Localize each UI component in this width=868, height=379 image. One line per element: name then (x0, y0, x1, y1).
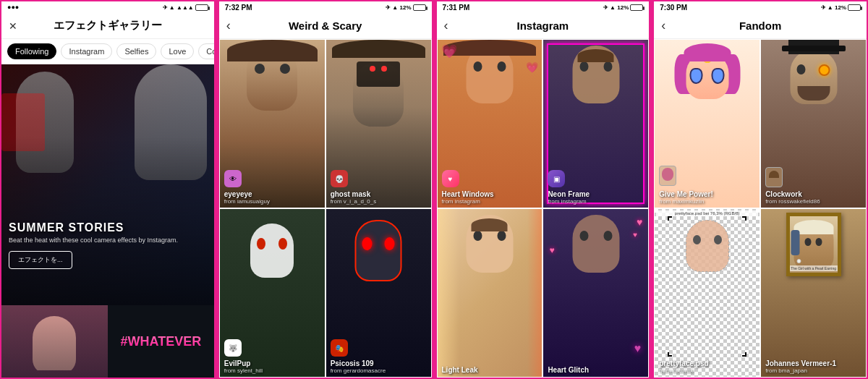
effect-cell-evilpup[interactable]: 🐺 EvilPup from sylent_hill (219, 208, 326, 378)
status-bar-4: 7:30 PM ✈ ▲ 12% (654, 1, 867, 13)
effect-cell-jv[interactable]: The Girl with a Pearl Earring Johannes V… (760, 208, 867, 378)
effect-label-hg: Heart Glitch (548, 366, 589, 374)
panel-title-1: エフェクトギャラリー (54, 19, 162, 33)
status-icons-1: ✈ ▲ ▲▲▲ (163, 4, 208, 11)
effect-grid-4: 🌙 Give Me Power! (654, 39, 867, 378)
panel-2: 7:32 PM ✈ ▲ 12% ‹ Weird & Scary (218, 0, 433, 379)
tab-instagram[interactable]: Instagram (61, 43, 112, 59)
panel-header-1: ✕ エフェクトギャラリー (1, 13, 214, 39)
effect-cell-gmp[interactable]: 🌙 Give Me Power! (654, 39, 760, 208)
panel-4: 7:30 PM ✈ ▲ 12% ‹ Fandom (652, 0, 868, 379)
effect-label-cw: Clockwork from rosswakefield86 (765, 190, 820, 205)
effect-cell-neon[interactable]: ▣ Neon Frame from instagram (542, 39, 649, 208)
hero-title: SUMMER STORIES (9, 221, 207, 234)
panel1-bottom-right[interactable]: #WHATEVER (108, 305, 214, 378)
effect-label-jv: Johannes Vermeer-1 from bma_japan (765, 359, 836, 374)
time-3: 7:31 PM (443, 4, 470, 12)
panel-header-3: ‹ Instagram (437, 13, 650, 39)
hero-banner[interactable]: SUMMER STORIES Beat the heat with these … (1, 64, 214, 305)
time-2: 7:32 PM (225, 4, 252, 12)
effect-cell-cw[interactable]: Clockwork from rosswakefield86 (760, 39, 867, 208)
whatever-text: #WHATEVER (120, 334, 201, 349)
effect-cell-hw[interactable]: 💗 💗 💗 ♥ Heart Windows from instagram (437, 39, 543, 208)
panel-header-2: ‹ Weird & Scary (219, 13, 432, 39)
hero-button[interactable]: エフェクトを... (9, 251, 72, 269)
tab-selfies[interactable]: Selfies (116, 43, 156, 59)
status-icons-3: ✈ ▲ 12% (603, 4, 643, 11)
effect-cell-ghost[interactable]: 💀 ghost mask from v_i_a_d_0_s (326, 39, 432, 208)
effect-grid-3: 💗 💗 💗 ♥ Heart Windows from instagram (437, 39, 650, 378)
back-button-4[interactable]: ‹ (661, 18, 665, 33)
back-button-3[interactable]: ‹ (444, 18, 448, 33)
time-4: 7:30 PM (660, 4, 687, 12)
status-icons-2: ✈ ▲ 12% (386, 4, 425, 11)
effect-cell-hg[interactable]: ♥ ♥ ♥ ♥ Heart Glitch (542, 208, 649, 378)
effect-label-ghost: ghost mask from v_i_a_d_0_s (331, 190, 377, 205)
panel1-content: SUMMER STORIES Beat the heat with these … (1, 64, 214, 378)
effect-label-psd: prettyface.psd from koolmiik (659, 359, 708, 374)
effect-cell-ll[interactable]: Light Leak (437, 208, 543, 378)
tab-love[interactable]: Love (161, 43, 194, 59)
effect-label-evilpup: EvilPup from sylent_hill (224, 359, 263, 374)
effect-label-ll: Light Leak (442, 366, 478, 374)
hero-subtitle: Beat the heat with these cool camera eff… (9, 237, 207, 245)
tab-color[interactable]: Color (198, 43, 213, 59)
tab-following[interactable]: Following (7, 43, 56, 59)
panel-1: ●●● ✈ ▲ ▲▲▲ ✕ エフェクトギャラリー Following Insta… (0, 0, 216, 379)
status-bar-1: ●●● ✈ ▲ ▲▲▲ (1, 1, 214, 13)
panel1-bottom-row: #WHATEVER (1, 305, 214, 378)
time-1: ●●● (7, 4, 19, 11)
panel-3: 7:31 PM ✈ ▲ 12% ‹ Instagram 💗 (435, 0, 651, 379)
panel-header-4: ‹ Fandom (654, 13, 867, 39)
panel-title-2: Weird & Scary (289, 20, 362, 32)
status-bar-2: 7:32 PM ✈ ▲ 12% (219, 1, 432, 13)
effect-cell-eyeyeye[interactable]: 👁 eyeyeye from iamusualguy (219, 39, 326, 208)
effect-label-eyeyeye: eyeyeye from iamusualguy (224, 190, 270, 205)
back-button-2[interactable]: ‹ (226, 18, 231, 33)
status-bar-3: 7:31 PM ✈ ▲ 12% (437, 1, 650, 13)
filter-tabs: Following Instagram Selfies Love Color (1, 39, 214, 64)
close-button[interactable]: ✕ (9, 20, 17, 32)
effect-label-hw: Heart Windows from instagram (442, 190, 494, 205)
effect-cell-psd[interactable]: prettyface.psd bei 76,3% (RGB/8) prettyf… (654, 208, 760, 378)
effect-label-psicosis: Psicosis 109 from gerardomasacre (331, 359, 386, 374)
panel-title-4: Fandom (739, 20, 781, 32)
effect-label-gmp: Give Me Power! from maximkuzlin (659, 190, 712, 205)
panel1-bottom-left[interactable] (1, 305, 108, 378)
effect-label-neon: Neon Frame from instagram (548, 190, 590, 205)
effect-grid-2: 👁 eyeyeye from iamusualguy (219, 39, 432, 378)
prettyface-label: prettyface.psd bei 76,3% (RGB/8) (675, 211, 740, 216)
effect-cell-psicosis[interactable]: 🎭 Psicosis 109 from gerardomasacre (326, 208, 432, 378)
status-icons-4: ✈ ▲ 12% (821, 4, 861, 11)
panel-title-3: Instagram (517, 20, 569, 32)
